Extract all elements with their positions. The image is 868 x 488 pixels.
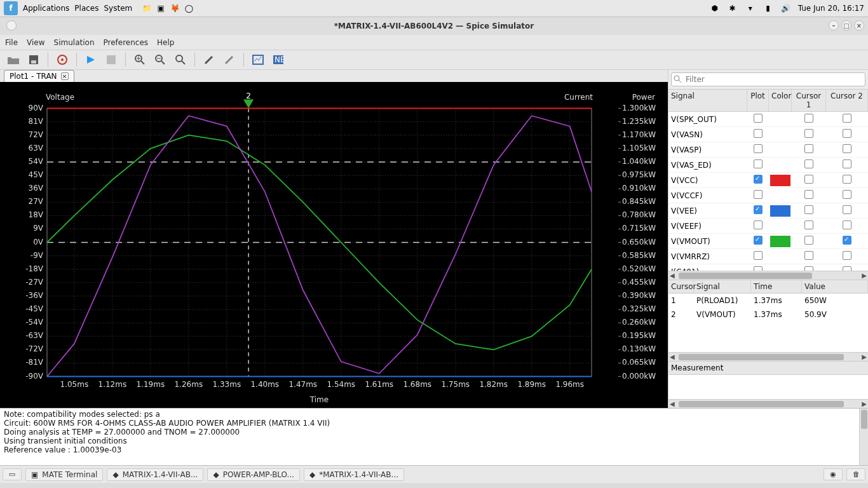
signal-row[interactable]: V(VASN)	[668, 127, 868, 142]
plot-checkbox[interactable]	[754, 129, 763, 138]
cursor1-checkbox[interactable]	[804, 144, 813, 153]
header-color[interactable]: Color	[769, 90, 792, 111]
plot-checkbox[interactable]	[754, 144, 763, 153]
netlist-icon[interactable]: NET	[270, 51, 287, 68]
chart-area[interactable]: 1.05ms1.12ms1.19ms1.26ms1.33ms1.40ms1.47…	[0, 82, 668, 408]
signal-row[interactable]: V(VEEF)	[668, 219, 868, 234]
scroll-thumb[interactable]	[679, 401, 844, 407]
signal-row[interactable]: V(VMRRZ)	[668, 249, 868, 264]
cursor1-checkbox[interactable]	[804, 266, 813, 271]
signal-row[interactable]: V(VCC)	[668, 173, 868, 188]
probe-i-icon[interactable]	[221, 51, 238, 68]
plot-checkbox[interactable]	[754, 205, 763, 214]
signal-row[interactable]: I(C401)	[668, 264, 868, 271]
signal-row[interactable]: V(SPK_OUT)	[668, 112, 868, 127]
cursor1-checkbox[interactable]	[804, 190, 813, 199]
scroll-thumb[interactable]	[679, 354, 844, 360]
cursor2-checkbox[interactable]	[843, 175, 851, 184]
cursor1-checkbox[interactable]	[804, 251, 813, 260]
cursor2-checkbox[interactable]	[843, 266, 851, 271]
zoom-in-icon[interactable]	[132, 51, 148, 68]
color-swatch[interactable]	[770, 236, 790, 247]
header-plot[interactable]: Plot	[747, 90, 769, 111]
plot-checkbox[interactable]	[754, 175, 763, 184]
plot-checkbox[interactable]	[754, 266, 763, 271]
trash-icon[interactable]: 🗑	[846, 468, 865, 480]
launcher-geany-icon[interactable]: ◯	[183, 3, 194, 14]
scroll-left-icon[interactable]: ◀	[670, 353, 675, 360]
cursor2-checkbox[interactable]	[843, 190, 851, 199]
menu-help[interactable]: Help	[157, 38, 174, 47]
tray-bluetooth-icon[interactable]: ✱	[727, 3, 738, 14]
console-vscroll[interactable]	[859, 409, 868, 465]
os-menu-applications[interactable]: Applications	[23, 4, 69, 13]
save-icon[interactable]	[25, 51, 42, 68]
cursor2-checkbox[interactable]	[843, 205, 851, 214]
signal-row[interactable]: V(VEE)	[668, 203, 868, 219]
plot-checkbox[interactable]	[754, 190, 763, 199]
filter-input[interactable]	[671, 72, 865, 86]
cursor1-checkbox[interactable]	[804, 220, 813, 229]
cursor1-checkbox[interactable]	[804, 159, 813, 168]
menu-simulation[interactable]: Simulation	[54, 38, 95, 47]
fedora-icon[interactable]: f	[4, 1, 18, 15]
signal-row[interactable]: V(VASP)	[668, 142, 868, 158]
signals-hscroll[interactable]: ◀ ▶	[668, 271, 868, 280]
cursor1-checkbox[interactable]	[804, 175, 813, 184]
header-ctime[interactable]: Time	[751, 280, 802, 293]
color-swatch[interactable]	[770, 175, 790, 186]
task-kicad3[interactable]: ◆*MATRIX-1.4-VII-AB...	[304, 468, 404, 481]
cursor2-checkbox[interactable]	[843, 251, 851, 260]
scroll-right-icon[interactable]: ▶	[862, 353, 867, 360]
launcher-files-icon[interactable]: 📁	[141, 3, 153, 14]
cursor1-checkbox[interactable]	[804, 129, 813, 138]
clock[interactable]: Tue Jun 20, 16:17	[798, 4, 864, 13]
stop-icon[interactable]	[103, 51, 119, 68]
cursor1-checkbox[interactable]	[804, 114, 813, 123]
plot-checkbox[interactable]	[754, 251, 763, 260]
signal-row[interactable]: V(VMOUT)	[668, 234, 868, 249]
scroll-right-icon[interactable]: ▶	[862, 272, 867, 279]
cursor2-checkbox[interactable]	[843, 129, 851, 138]
tab-close-icon[interactable]: ×	[61, 72, 69, 80]
show-desktop-button[interactable]: ▭	[3, 468, 22, 480]
menu-view[interactable]: View	[27, 38, 44, 47]
tray-battery-icon[interactable]: ▮	[763, 3, 774, 14]
cursor2-checkbox[interactable]	[843, 114, 851, 123]
tray-wifi-icon[interactable]: ▾	[745, 3, 756, 14]
tray-app-icon[interactable]: ⬢	[709, 3, 721, 14]
header-cvalue[interactable]: Value	[802, 280, 868, 293]
console-output[interactable]: Note: compatibility modes selected: ps a…	[0, 408, 868, 465]
plot-settings-icon[interactable]	[250, 51, 266, 68]
launcher-firefox-icon[interactable]: 🦊	[169, 3, 180, 14]
cursor2-checkbox[interactable]	[843, 236, 851, 245]
plot-checkbox[interactable]	[754, 114, 763, 123]
launcher-terminal-icon[interactable]: ▣	[155, 3, 166, 14]
plot-checkbox[interactable]	[754, 159, 763, 168]
zoom-out-icon[interactable]	[152, 51, 168, 68]
window-close-button[interactable]: ×	[854, 20, 864, 30]
task-kicad1[interactable]: ◆MATRIX-1.4-VII-AB...	[107, 468, 203, 481]
menu-file[interactable]: File	[5, 38, 18, 47]
cursor2-checkbox[interactable]	[843, 220, 851, 229]
scroll-thumb[interactable]	[679, 273, 812, 279]
scroll-left-icon[interactable]: ◀	[670, 272, 675, 279]
signal-row[interactable]: V(VAS_ED)	[668, 158, 868, 173]
cursor-row[interactable]: 1P(RLOAD1)1.37ms650W	[668, 294, 868, 308]
window-maximize-button[interactable]: □	[841, 20, 851, 30]
cursor1-checkbox[interactable]	[804, 236, 813, 245]
menu-preferences[interactable]: Preferences	[104, 38, 149, 47]
task-kicad2[interactable]: ◆POWER-AMP-BLO...	[207, 468, 300, 481]
window-minimize-button[interactable]: –	[829, 20, 839, 30]
tab-plot1[interactable]: Plot1 - TRAN ×	[4, 70, 74, 82]
scroll-left-icon[interactable]: ◀	[670, 400, 675, 407]
cursors-hscroll[interactable]: ◀ ▶	[668, 352, 868, 361]
run-icon[interactable]	[83, 51, 99, 68]
header-cursor1[interactable]: Cursor 1	[792, 90, 826, 111]
settings-icon[interactable]	[54, 51, 71, 68]
header-cursor2[interactable]: Cursor 2	[826, 90, 868, 111]
os-menu-system[interactable]: System	[104, 4, 132, 13]
open-icon[interactable]	[5, 51, 22, 68]
plot-checkbox[interactable]	[754, 236, 763, 245]
header-csignal[interactable]: Signal	[694, 280, 751, 293]
